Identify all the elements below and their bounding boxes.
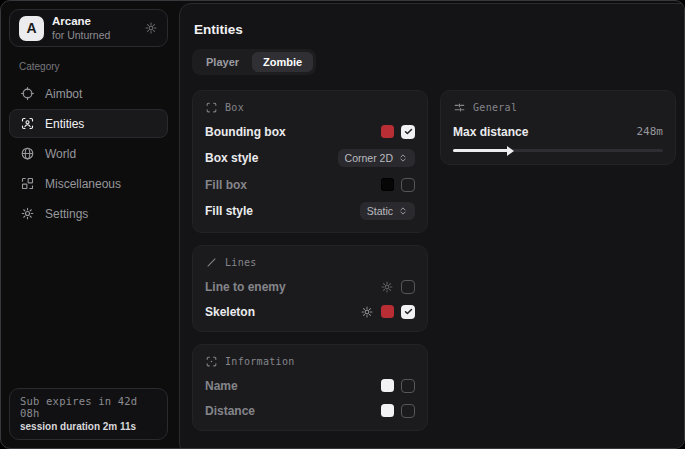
select-value: Static bbox=[367, 205, 393, 217]
crosshair-icon bbox=[20, 86, 35, 101]
globe-icon bbox=[20, 146, 35, 161]
setting-row-name: Name bbox=[205, 378, 415, 393]
app-logo: A bbox=[19, 16, 44, 41]
setting-label: Box style bbox=[205, 151, 258, 165]
setting-label: Fill box bbox=[205, 178, 247, 192]
app-window: A Arcane for Unturned Category A bbox=[0, 0, 685, 449]
chevrons-up-down-icon bbox=[398, 153, 408, 163]
sidebar-item-label: World bbox=[45, 147, 76, 161]
setting-label: Skeleton bbox=[205, 305, 255, 319]
select-value: Corner 2D bbox=[345, 152, 393, 164]
fill-style-select[interactable]: Static bbox=[360, 202, 415, 220]
setting-row-skeleton: Skeleton bbox=[205, 304, 415, 319]
box-style-select[interactable]: Corner 2D bbox=[338, 149, 415, 167]
sidebar-item-label: Entities bbox=[45, 117, 84, 131]
checkbox-checked[interactable] bbox=[401, 125, 415, 139]
sidebar-item-world[interactable]: World bbox=[9, 139, 168, 168]
sidebar-item-miscellaneous[interactable]: Miscellaneous bbox=[9, 169, 168, 198]
color-swatch[interactable] bbox=[381, 125, 394, 138]
app-subtitle: for Unturned bbox=[52, 29, 110, 41]
color-swatch[interactable] bbox=[381, 178, 394, 191]
sidebar-item-aimbot[interactable]: Aimbot bbox=[9, 79, 168, 108]
scan-corners-icon bbox=[205, 101, 218, 114]
scan-person-icon bbox=[20, 116, 35, 131]
card-title: Box bbox=[225, 102, 244, 113]
checkbox-unchecked[interactable] bbox=[401, 178, 415, 192]
checkbox-unchecked[interactable] bbox=[401, 379, 415, 393]
slider-thumb[interactable] bbox=[507, 146, 514, 156]
setting-row-fill-box: Fill box bbox=[205, 177, 415, 192]
sub-expires-text: Sub expires in 42d 08h bbox=[20, 395, 157, 419]
tab-zombie[interactable]: Zombie bbox=[252, 52, 313, 72]
gear-icon[interactable] bbox=[144, 21, 158, 35]
category-label: Category bbox=[19, 61, 158, 72]
sidebar-item-label: Miscellaneous bbox=[45, 177, 121, 191]
setting-label: Max distance bbox=[453, 125, 528, 139]
gear-icon[interactable] bbox=[380, 280, 394, 294]
page-title: Entities bbox=[194, 22, 679, 37]
setting-row-distance: Distance bbox=[205, 403, 415, 418]
chevrons-up-down-icon bbox=[398, 206, 408, 216]
checkbox-unchecked[interactable] bbox=[401, 280, 415, 294]
scan-dot-icon bbox=[205, 355, 218, 368]
max-distance-value: 248m bbox=[637, 125, 664, 138]
checkbox-checked[interactable] bbox=[401, 305, 415, 319]
color-swatch[interactable] bbox=[381, 404, 394, 417]
tab-player[interactable]: Player bbox=[195, 52, 250, 72]
setting-label: Bounding box bbox=[205, 125, 286, 139]
box-card: Box Bounding box Box style bbox=[192, 90, 428, 233]
sidebar-item-label: Settings bbox=[45, 207, 88, 221]
card-title: Information bbox=[225, 356, 295, 367]
card-title: General bbox=[473, 102, 517, 113]
session-duration-text: session duration 2m 11s bbox=[20, 421, 157, 432]
setting-label: Distance bbox=[205, 404, 255, 418]
app-title: Arcane bbox=[52, 15, 110, 28]
subscription-info-card: Sub expires in 42d 08h session duration … bbox=[9, 388, 168, 440]
setting-label: Line to enemy bbox=[205, 280, 286, 294]
setting-label: Fill style bbox=[205, 204, 253, 218]
setting-row-fill-style: Fill style Static bbox=[205, 202, 415, 220]
sidebar-item-label: Aimbot bbox=[45, 87, 82, 101]
sidebar: A Arcane for Unturned Category A bbox=[1, 1, 176, 448]
setting-row-box-style: Box style Corner 2D bbox=[205, 149, 415, 167]
sidebar-item-settings[interactable]: Settings bbox=[9, 199, 168, 228]
checkbox-unchecked[interactable] bbox=[401, 404, 415, 418]
gear-icon[interactable] bbox=[360, 305, 374, 319]
color-swatch[interactable] bbox=[381, 379, 394, 392]
brand-card: A Arcane for Unturned bbox=[9, 9, 168, 47]
blocks-icon bbox=[20, 176, 35, 191]
sliders-icon bbox=[453, 101, 466, 114]
lines-card: Lines Line to enemy bbox=[192, 245, 428, 332]
setting-row-line-to-enemy: Line to enemy bbox=[205, 279, 415, 294]
setting-row-max-distance: Max distance 248m bbox=[453, 124, 663, 139]
slider-fill bbox=[453, 149, 510, 152]
information-card: Information Name Distance bbox=[192, 344, 428, 431]
color-swatch[interactable] bbox=[381, 305, 394, 318]
gear-icon bbox=[20, 206, 35, 221]
diagonal-line-icon bbox=[205, 256, 218, 269]
max-distance-slider[interactable] bbox=[453, 149, 663, 152]
setting-row-bounding-box: Bounding box bbox=[205, 124, 415, 139]
entity-tabs: Player Zombie bbox=[192, 49, 316, 75]
sidebar-nav: Aimbot Entities World bbox=[9, 79, 168, 228]
main-panel: Entities Player Zombie Box bbox=[179, 3, 685, 449]
setting-label: Name bbox=[205, 379, 238, 393]
sidebar-item-entities[interactable]: Entities bbox=[9, 109, 168, 138]
card-title: Lines bbox=[225, 257, 257, 268]
general-card: General Max distance 248m bbox=[440, 90, 676, 165]
